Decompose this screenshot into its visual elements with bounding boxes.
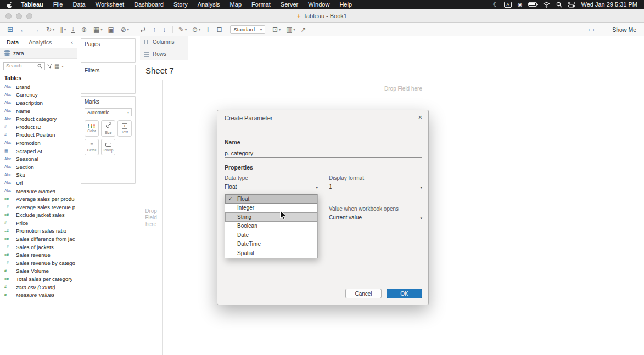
data-type-option[interactable]: Date (225, 230, 317, 240)
display-format-select[interactable]: 1 ▾ (329, 183, 422, 191)
collapse-pane-icon[interactable]: ‹ (67, 39, 77, 46)
menu-item[interactable]: Data (68, 1, 91, 8)
view-as-grid-icon[interactable]: ▦ (54, 63, 59, 69)
redo-icon[interactable]: → (30, 26, 43, 33)
columns-drop-zone[interactable]: Drop Field here (163, 80, 644, 97)
data-type-option[interactable]: ✓ Float (225, 194, 317, 204)
toolbar-separator[interactable] (135, 26, 135, 33)
close-icon[interactable]: × (418, 113, 422, 121)
field-row[interactable]: =# Average sales revenue per... (0, 203, 77, 211)
field-row[interactable]: =# Sales of jackets (0, 243, 77, 251)
field-row[interactable]: # zara.csv (Count) (0, 283, 77, 291)
field-row[interactable]: =# Sales revenue by category (0, 259, 77, 267)
tooltip-button[interactable]: Tooltip (101, 139, 115, 155)
field-row[interactable]: # Measure Values (0, 291, 77, 299)
pause-auto-updates-icon[interactable]: ∥ ▾ (57, 26, 69, 33)
data-source-row[interactable]: zara (0, 48, 77, 59)
cancel-button[interactable]: Cancel (345, 289, 382, 298)
field-row[interactable]: # Price (0, 219, 77, 227)
field-row[interactable]: =# Promotion sales ratio (0, 227, 77, 235)
highlight-icon[interactable]: ✎ ▾ (176, 26, 189, 33)
parameter-name-input[interactable]: p. category (225, 149, 422, 158)
field-row[interactable]: Abc Description (0, 99, 77, 107)
refresh-data-source-icon[interactable]: ↻ ▾ (43, 26, 57, 33)
menu-item[interactable]: Format (247, 1, 276, 8)
columns-shelf-area[interactable] (188, 36, 644, 48)
data-type-option[interactable]: Spatial (225, 249, 317, 258)
save-icon[interactable]: ↓ (69, 26, 79, 33)
battery-icon[interactable] (528, 2, 537, 7)
field-row[interactable]: =# Total sales per category (0, 275, 77, 283)
show-me-button[interactable]: ≡ Show Me (606, 26, 636, 33)
rows-shelf[interactable]: Rows (140, 48, 644, 60)
menu-item[interactable]: Dashboard (129, 1, 169, 8)
toolbar-separator[interactable] (172, 26, 173, 33)
field-row[interactable]: Abc Name (0, 107, 77, 115)
show-mark-labels-icon[interactable]: T (203, 26, 214, 33)
filter-fields-icon[interactable] (47, 64, 52, 69)
field-row[interactable]: Abc Promotion (0, 139, 77, 147)
apple-menu-icon[interactable] (7, 1, 13, 8)
field-row[interactable]: # Product Position (0, 131, 77, 139)
field-row[interactable]: Abc Seasonal (0, 155, 77, 163)
window-zoom-button[interactable] (26, 13, 32, 19)
screen-record-icon[interactable]: ◉ (518, 2, 523, 8)
clear-sheet-icon[interactable]: ⊘ ▾ (118, 26, 132, 33)
rows-shelf-area[interactable] (188, 48, 644, 60)
tab-data[interactable]: Data (0, 39, 25, 46)
field-row[interactable]: =# Average sales per product (0, 195, 77, 203)
undo-icon[interactable]: ← (17, 26, 30, 33)
text-button[interactable]: T Text (117, 120, 132, 137)
menu-item[interactable]: Map (225, 1, 247, 8)
spotlight-search-icon[interactable] (556, 2, 562, 8)
size-button[interactable]: Size (101, 120, 115, 137)
tab-analytics[interactable]: Analytics (25, 39, 55, 46)
focus-mode-icon[interactable]: ☾ (493, 1, 499, 8)
new-worksheet-icon[interactable]: ▦ ▾ (91, 26, 105, 33)
ok-button[interactable]: OK (387, 289, 422, 298)
mark-type-select[interactable]: Automatic ▾ (85, 108, 132, 116)
filters-shelf[interactable]: Filters (81, 65, 136, 94)
wifi-icon[interactable] (543, 2, 550, 8)
sort-descending-icon[interactable]: ↓ (160, 26, 170, 33)
detail-button[interactable]: ≡ Detail (85, 139, 99, 155)
data-type-option[interactable]: Boolean (225, 222, 317, 231)
new-data-source-icon[interactable]: ⊕ (79, 26, 91, 33)
menu-item[interactable]: Help (334, 1, 357, 8)
field-row[interactable]: ▦ Scraped At (0, 147, 77, 155)
swap-rows-columns-icon[interactable]: ⇄ (138, 26, 150, 33)
sort-ascending-icon[interactable]: ↑ (150, 26, 160, 33)
data-type-option[interactable]: DateTime (225, 240, 317, 249)
menu-app-name[interactable]: Tableau (16, 1, 48, 8)
field-row[interactable]: =# Sales difference from jack... (0, 235, 77, 243)
menu-item[interactable]: File (48, 1, 68, 8)
field-row[interactable]: =# Exclude jacket sales (0, 211, 77, 219)
field-row[interactable]: Abc Currency (0, 91, 77, 99)
share-workbook-icon[interactable]: ↗ (298, 26, 310, 33)
menubar-clock[interactable]: Wed Jan 29 5:31 PM (581, 1, 637, 8)
data-type-option[interactable]: Integer (225, 204, 317, 213)
field-row[interactable]: Abc Sku (0, 171, 77, 179)
fit-selector-icon[interactable]: ⊡ ▾ (270, 26, 283, 33)
value-when-workbook-opens-select[interactable]: Current value ▾ (329, 213, 422, 222)
field-row[interactable]: =# Sales revenue (0, 251, 77, 259)
input-source-icon[interactable]: A (504, 2, 511, 8)
menu-item[interactable]: Worksheet (91, 1, 129, 8)
menu-item[interactable]: Window (303, 1, 334, 8)
menu-item[interactable]: Analysis (193, 1, 225, 8)
field-row[interactable]: Abc Url (0, 179, 77, 187)
duplicate-sheet-icon[interactable]: ▣ (105, 26, 117, 33)
field-row[interactable]: Abc Product category (0, 115, 77, 123)
menu-item[interactable]: Story (169, 1, 193, 8)
field-row[interactable]: Abc Measure Names (0, 187, 77, 195)
fit-mode-select[interactable]: Standard ▾ (230, 25, 265, 34)
data-type-option[interactable]: String (225, 212, 317, 222)
fix-axes-icon[interactable]: ⊟ (214, 26, 226, 33)
field-row[interactable]: # Product ID (0, 123, 77, 131)
columns-shelf[interactable]: Columns (140, 36, 644, 48)
device-preview-icon[interactable]: ▭ (585, 26, 598, 33)
data-type-select[interactable]: Float ▾ (225, 183, 318, 191)
rows-drop-zone[interactable]: Drop Field here (140, 80, 163, 355)
group-members-icon[interactable]: ⊙ ▾ (189, 26, 203, 33)
window-minimize-button[interactable] (16, 13, 22, 19)
